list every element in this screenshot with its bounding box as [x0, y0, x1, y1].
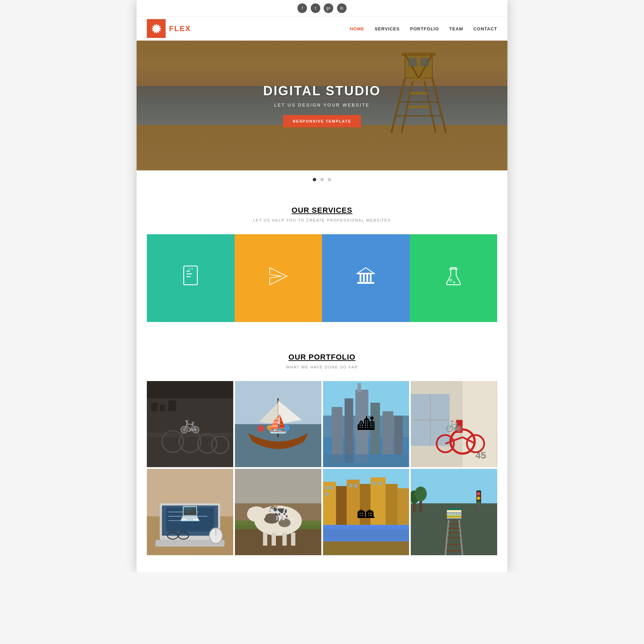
nav-link-contact[interactable]: CONTACT	[473, 26, 497, 31]
nav-item-contact[interactable]: CONTACT	[473, 26, 497, 32]
linkedin-link[interactable]: in	[337, 3, 347, 13]
svg-rect-64	[323, 454, 409, 467]
hero-content: DIGITAL STUDIO LET US DESIGN YOUR WEBSIT…	[137, 41, 507, 170]
svg-point-100	[257, 508, 264, 512]
service-card-send[interactable]	[235, 234, 322, 322]
svg-rect-28	[360, 274, 361, 282]
portfolio-item-city[interactable]	[323, 381, 409, 467]
google-plus-link[interactable]: g+	[324, 3, 333, 13]
svg-rect-32	[357, 282, 374, 284]
dot-3[interactable]	[328, 178, 331, 181]
svg-rect-58	[345, 398, 353, 463]
portfolio-item-laptop[interactable]	[147, 469, 233, 555]
svg-rect-122	[323, 529, 409, 540]
svg-rect-108	[336, 486, 347, 525]
nav-links: HOME SERVICES PORTFOLIO TEAM CONTACT	[350, 26, 497, 32]
portfolio-img-bikes	[147, 381, 233, 467]
nav-link-portfolio[interactable]: PORTFOLIO	[410, 26, 439, 31]
portfolio-item-boat[interactable]	[235, 381, 321, 467]
svg-rect-120	[378, 482, 381, 485]
svg-point-133	[477, 492, 480, 495]
svg-rect-101	[263, 533, 267, 546]
portfolio-img-city	[323, 381, 409, 467]
svg-rect-44	[151, 403, 158, 411]
institution-icon	[355, 266, 376, 290]
svg-rect-29	[363, 274, 365, 282]
svg-rect-104	[291, 533, 295, 546]
portfolio-img-laptop	[147, 469, 233, 555]
svg-rect-30	[366, 274, 368, 282]
svg-rect-110	[360, 484, 370, 525]
dot-2[interactable]	[320, 178, 324, 181]
portfolio-img-boat	[235, 381, 321, 467]
code-icon: </>	[180, 264, 201, 292]
portfolio-grid: 45	[147, 381, 497, 556]
svg-point-99	[249, 508, 255, 512]
nav-link-services[interactable]: SERVICES	[375, 26, 400, 31]
svg-point-135	[477, 501, 480, 504]
svg-point-134	[477, 496, 480, 500]
hero-cta-button[interactable]: RESPONSIVE TEMPLATE	[283, 115, 361, 127]
nav-item-services[interactable]: SERVICES	[375, 26, 400, 32]
svg-rect-107	[323, 482, 336, 525]
svg-rect-92	[235, 469, 321, 503]
portfolio-item-railway[interactable]	[411, 469, 497, 555]
portfolio-item-cow[interactable]	[235, 469, 321, 555]
portfolio-img-trike: 45	[411, 381, 497, 467]
svg-text:45: 45	[476, 450, 486, 461]
nav-item-team[interactable]: TEAM	[449, 26, 463, 32]
svg-rect-62	[382, 411, 393, 454]
svg-rect-102	[271, 533, 276, 546]
navbar: FLEX HOME SERVICES PORTFOLIO TEAM CONTAC…	[137, 17, 507, 41]
svg-rect-63	[394, 416, 403, 454]
svg-point-130	[415, 487, 427, 501]
svg-rect-112	[386, 484, 397, 525]
svg-rect-81	[166, 508, 214, 532]
svg-rect-43	[147, 398, 233, 437]
logo-svg	[150, 23, 163, 35]
facebook-link[interactable]: f	[297, 3, 307, 13]
svg-point-35	[450, 279, 452, 281]
portfolio-section: OUR PORTFOLIO WHAT WE HAVE DONE SO FAR	[137, 339, 507, 573]
svg-rect-117	[349, 484, 352, 487]
svg-text:</>: </>	[188, 267, 194, 270]
service-card-institution[interactable]	[322, 234, 410, 322]
send-icon	[268, 266, 289, 290]
svg-rect-38	[147, 433, 233, 467]
dot-1[interactable]	[313, 178, 316, 181]
svg-rect-45	[160, 405, 165, 411]
svg-rect-33	[357, 273, 374, 274]
nav-link-home[interactable]: HOME	[350, 26, 364, 31]
nav-item-home[interactable]: HOME	[350, 26, 364, 32]
svg-rect-118	[354, 484, 357, 487]
svg-rect-60	[358, 383, 361, 392]
portfolio-img-canal	[323, 469, 409, 555]
portfolio-item-canal[interactable]	[323, 469, 409, 555]
svg-rect-116	[325, 493, 328, 496]
svg-rect-31	[370, 274, 372, 282]
svg-point-52	[267, 425, 272, 430]
services-section: OUR SERVICES LET US HELP YOU TO CREATE P…	[137, 189, 507, 339]
services-grid: </>	[147, 234, 497, 322]
svg-point-36	[453, 282, 455, 283]
svg-rect-113	[397, 488, 409, 525]
nav-item-portfolio[interactable]: PORTFOLIO	[410, 26, 439, 32]
slider-dots	[137, 170, 507, 189]
service-card-flask[interactable]	[410, 234, 498, 322]
portfolio-img-railway	[411, 469, 497, 555]
svg-rect-103	[282, 533, 287, 546]
portfolio-item-bikes[interactable]	[147, 381, 233, 467]
twitter-link[interactable]: t	[311, 3, 320, 13]
portfolio-img-cow	[235, 469, 321, 555]
hero-title: DIGITAL STUDIO	[263, 84, 381, 98]
svg-rect-115	[329, 486, 333, 490]
nav-link-team[interactable]: TEAM	[449, 26, 463, 31]
service-card-code[interactable]: </>	[147, 234, 235, 322]
portfolio-title: OUR PORTFOLIO	[147, 353, 497, 362]
services-subtitle: LET US HELP YOU TO CREATE PROFESSIONAL W…	[147, 218, 497, 222]
portfolio-item-trike[interactable]: 45	[411, 381, 497, 467]
hero-subtitle: LET US DESIGN YOUR WEBSITE	[274, 102, 370, 108]
social-bar: f t g+ in	[137, 0, 507, 17]
logo: FLEX	[147, 19, 191, 38]
logo-text: FLEX	[169, 24, 191, 33]
